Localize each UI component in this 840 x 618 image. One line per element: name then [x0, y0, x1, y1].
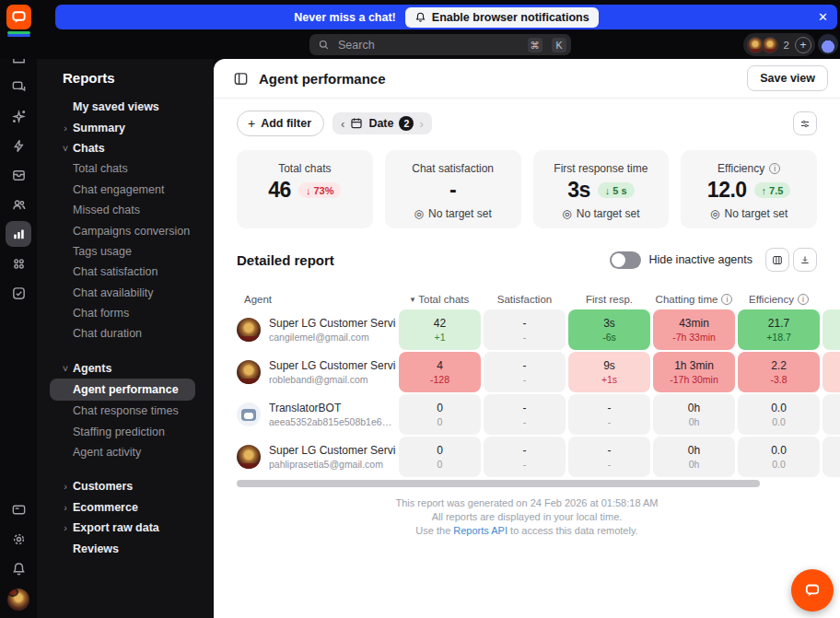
column-chatting-time[interactable]: Chatting time i: [653, 294, 735, 305]
metric-value: 0: [437, 402, 443, 414]
chats-icon[interactable]: [6, 74, 31, 99]
sidebar-item[interactable]: › Summary: [37, 117, 214, 137]
metric-cells: 0 0 - - - -: [399, 394, 820, 435]
chevron-icon: ›: [60, 522, 71, 533]
report-settings-button[interactable]: [793, 111, 817, 135]
collapse-sidebar-icon[interactable]: [233, 71, 249, 87]
user-avatar[interactable]: [7, 589, 29, 611]
metric-cell: 42 +1: [399, 309, 481, 350]
profile-avatar[interactable]: [818, 34, 838, 54]
tasks-icon[interactable]: [6, 280, 31, 306]
table-row[interactable]: Super LG Customer Service 02 cangilemel@…: [214, 309, 840, 350]
column-first-resp[interactable]: First resp.: [568, 294, 650, 305]
sidebar-item[interactable]: Campaigns conversion: [37, 220, 214, 240]
sidebar-item[interactable]: ˅ Chats: [37, 138, 214, 158]
metric-change: 0: [438, 459, 443, 470]
livechat-logo[interactable]: [6, 5, 31, 29]
sidebar-item[interactable]: Chat availability: [37, 283, 214, 303]
stat-card: First response time i 3s ↓ 5 s ◎ No targ…: [533, 150, 670, 228]
table-row[interactable]: Super LG Customer Service 03 roblebandi@…: [214, 352, 840, 392]
info-icon[interactable]: i: [798, 294, 809, 305]
chevron-right-icon[interactable]: ›: [419, 117, 423, 131]
metric-cell: 0h 0h: [653, 437, 735, 477]
chat-widget-button[interactable]: [791, 569, 834, 612]
sidebar-item[interactable]: Missed chats: [37, 200, 214, 220]
sidebar-item[interactable]: › Export raw data: [37, 518, 214, 538]
billing-icon[interactable]: [6, 496, 31, 522]
column-agent[interactable]: Agent: [237, 294, 396, 305]
settings-icon[interactable]: [6, 526, 31, 552]
save-view-button[interactable]: Save view: [747, 65, 828, 91]
column-total-chats[interactable]: ▾ Total chats: [399, 294, 481, 305]
sidebar-item-label: Chats: [73, 142, 105, 155]
metric-cell: 43min -7h 33min: [653, 309, 735, 350]
metric-value: -: [523, 317, 527, 330]
column-satisfaction[interactable]: Satisfaction: [484, 294, 566, 305]
sidebar-item[interactable]: Reviews: [37, 538, 214, 558]
date-filter-pill[interactable]: ‹ Date 2 ›: [332, 112, 432, 134]
contacts-icon[interactable]: [6, 192, 31, 217]
sidebar-item-label: Export raw data: [73, 521, 159, 534]
stat-label: First response time i: [554, 162, 648, 175]
sidebar-item[interactable]: Total chats: [37, 158, 214, 179]
sidebar-item[interactable]: Staffing prediction: [37, 421, 214, 441]
sidebar-item[interactable]: Tags usage: [37, 241, 214, 262]
sidebar-item[interactable]: Chat engagement: [37, 180, 214, 200]
metric-value: 43min: [679, 317, 709, 330]
overflow-cell: [822, 437, 840, 477]
team-avatars-pill[interactable]: 2 +: [743, 33, 815, 56]
info-icon[interactable]: i: [769, 163, 780, 174]
hide-inactive-toggle[interactable]: [610, 251, 641, 269]
calendar-icon: [350, 117, 363, 130]
close-icon[interactable]: ✕: [818, 5, 828, 29]
sidebar-item[interactable]: Chat duration: [37, 323, 214, 344]
date-filter-count: 2: [399, 116, 414, 131]
metric-change: -: [523, 332, 527, 343]
chevron-left-icon[interactable]: ‹: [341, 117, 344, 131]
apps-icon[interactable]: [6, 251, 31, 276]
enable-notifications-button[interactable]: Enable browser notifications: [405, 7, 599, 28]
archives-icon[interactable]: [6, 162, 31, 188]
add-filter-button[interactable]: + Add filter: [237, 111, 324, 136]
sidebar-item[interactable]: Chat satisfaction: [37, 262, 214, 282]
stat-value: 3s: [567, 178, 590, 203]
target-icon: ◎: [710, 207, 719, 220]
target-row: ◎ No target set: [414, 207, 492, 220]
stat-label-text: First response time: [554, 162, 648, 175]
sidebar-item-label: Chat response times: [73, 404, 179, 417]
sidebar-item[interactable]: Chat response times: [37, 401, 214, 421]
search-icon: [318, 39, 330, 51]
logo-status-blue: [7, 34, 30, 37]
trend-arrow-icon: ↓: [306, 185, 311, 196]
metric-change: 0h: [689, 459, 700, 470]
ai-assist-icon[interactable]: [6, 103, 31, 129]
download-report-button[interactable]: [793, 248, 817, 272]
sidebar-item[interactable]: Agent activity: [37, 442, 214, 462]
global-search[interactable]: ⌘ K: [309, 34, 571, 55]
sidebar-item[interactable]: ˅ Agents: [37, 358, 214, 379]
team-avatar: [762, 37, 778, 53]
add-agent-button[interactable]: +: [795, 37, 811, 53]
table-row[interactable]: TranslatorBOT aeea5352ab815e508b1e687701…: [214, 394, 840, 435]
sidebar-item[interactable]: My saved views: [37, 97, 214, 117]
sidebar-item-label: Chat duration: [73, 327, 142, 340]
notifications-icon[interactable]: [6, 555, 31, 581]
sort-desc-icon: ▾: [411, 295, 415, 304]
manage-columns-button[interactable]: [765, 248, 789, 272]
table-row[interactable]: Super LG Customer Service 01 pahlipraset…: [214, 437, 840, 477]
reports-icon[interactable]: [6, 221, 31, 247]
reports-api-link[interactable]: Reports API: [453, 525, 508, 536]
column-efficiency[interactable]: Efficiency i: [738, 294, 820, 305]
horizontal-scrollbar[interactable]: [237, 480, 760, 487]
banner-message: Never miss a chat!: [294, 11, 395, 24]
sidebar-item[interactable]: › Ecommerce: [37, 497, 214, 518]
sidebar-item[interactable]: › Customers: [37, 476, 214, 496]
sidebar-item[interactable]: Agent performance: [50, 379, 195, 401]
metric-cell: - -: [484, 352, 566, 392]
search-input[interactable]: [336, 38, 519, 52]
info-icon[interactable]: i: [721, 294, 732, 305]
automation-icon[interactable]: [6, 133, 31, 158]
sidebar-item-label: Chat satisfaction: [73, 265, 158, 278]
sidebar-item[interactable]: Chat forms: [37, 303, 214, 323]
stat-label-text: Chat satisfaction: [412, 162, 494, 175]
